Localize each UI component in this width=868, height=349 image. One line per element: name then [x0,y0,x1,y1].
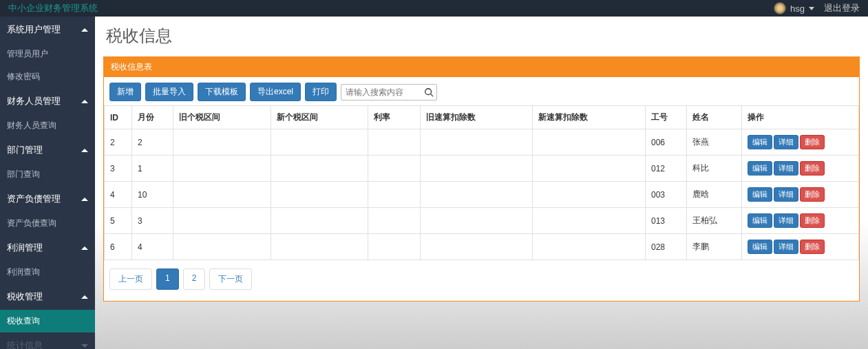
table-cell [368,208,420,234]
pagination: 上一页12下一页 [104,260,859,301]
delete-button[interactable]: 删除 [800,213,825,228]
column-header: 操作 [742,106,859,129]
detail-button[interactable]: 详细 [774,240,798,254]
table-cell [533,156,646,182]
table-row: 64028李鹏编辑详细删除 [105,234,859,260]
sidebar-item[interactable]: 税收查询 [0,310,95,332]
column-header: 姓名 [687,106,742,129]
table-cell [420,208,533,234]
edit-button[interactable]: 编辑 [748,213,772,228]
sidebar-group-label: 部门管理 [7,144,43,156]
table-cell: 013 [646,208,687,234]
user-name: hsg [790,3,805,14]
page-title: 税收信息 [106,25,860,47]
sidebar-group-label: 税收管理 [7,290,43,303]
delete-button[interactable]: 删除 [800,161,825,176]
user-dropdown[interactable]: hsg [774,2,814,14]
column-header: 工号 [646,106,687,129]
actions-cell: 编辑详细删除 [742,182,859,208]
table-cell [271,129,368,156]
detail-button[interactable]: 详细 [774,161,798,176]
edit-button[interactable]: 编辑 [748,187,772,202]
sidebar-group[interactable]: 利润管理 [0,235,95,261]
sidebar-item[interactable]: 修改密码 [0,65,95,88]
pagination-page[interactable]: 2 [183,268,206,290]
delete-button[interactable]: 删除 [800,240,825,254]
export-excel-button[interactable]: 导出excel [250,83,301,101]
edit-button[interactable]: 编辑 [748,240,772,254]
sidebar-group[interactable]: 资产负债管理 [0,186,95,212]
table-cell: 4 [105,182,132,208]
table-cell [420,156,533,182]
bulk-import-button[interactable]: 批量导入 [145,83,193,101]
sidebar-item[interactable]: 资产负债查询 [0,212,95,235]
column-header: 新速算扣除数 [533,106,646,129]
table-cell: 科比 [687,156,742,182]
sidebar-group[interactable]: 财务人员管理 [0,88,95,114]
sidebar-group[interactable]: 税收管理 [0,284,95,310]
add-button[interactable]: 新增 [109,83,141,101]
chevron-up-icon [81,198,88,201]
sidebar-group[interactable]: 部门管理 [0,137,95,163]
sidebar-item[interactable]: 管理员用户 [0,43,95,65]
sidebar-item[interactable]: 部门查询 [0,163,95,186]
table-cell [420,129,533,156]
table-row: 53013王柏弘编辑详细删除 [105,208,859,234]
table-cell [173,234,271,260]
column-header: ID [105,106,132,129]
table-cell: 王柏弘 [687,208,742,234]
sidebar-group[interactable]: 系统用户管理 [0,17,95,43]
download-template-button[interactable]: 下载模板 [198,83,246,101]
pagination-prev[interactable]: 上一页 [109,268,152,290]
sidebar-item[interactable]: 财务人员查询 [0,114,95,137]
detail-button[interactable]: 详细 [774,135,798,149]
panel-title: 税收信息表 [104,57,859,77]
data-table: ID月份旧个税区间新个税区间利率旧速算扣除数新速算扣除数工号姓名操作 22006… [104,105,859,260]
avatar [774,2,786,14]
table-cell: 003 [646,182,687,208]
sidebar-group-label: 系统用户管理 [7,23,61,36]
caret-down-icon [809,7,814,10]
actions-cell: 编辑详细删除 [742,208,859,234]
column-header: 旧个税区间 [173,106,271,129]
topbar: 中小企业财务管理系统 hsg 退出登录 [0,0,868,17]
table-cell: 012 [646,156,687,182]
delete-button[interactable]: 删除 [800,135,825,149]
table-cell [533,129,646,156]
chevron-down-icon [81,344,88,348]
table-cell: 李鹏 [687,234,742,260]
pagination-next[interactable]: 下一页 [209,268,252,290]
table-cell: 2 [132,129,173,156]
print-button[interactable]: 打印 [305,83,337,101]
sidebar: 系统用户管理管理员用户修改密码财务人员管理财务人员查询部门管理部门查询资产负债管… [0,17,95,349]
chevron-up-icon [81,149,88,152]
search-icon[interactable] [424,87,434,97]
actions-cell: 编辑详细删除 [742,156,859,182]
svg-point-0 [425,88,432,94]
table-cell: 5 [105,208,132,234]
detail-button[interactable]: 详细 [774,187,798,202]
search-input[interactable] [341,84,437,101]
logout-link[interactable]: 退出登录 [824,2,860,14]
brand-title: 中小企业财务管理系统 [8,2,98,14]
main-content: 税收信息 税收信息表 新增 批量导入 下载模板 导出excel 打印 ID月份旧… [95,17,868,349]
table-cell: 006 [646,129,687,156]
toolbar: 新增 批量导入 下载模板 导出excel 打印 [104,77,859,105]
sidebar-item[interactable]: 利润查询 [0,261,95,284]
table-cell [173,182,271,208]
svg-line-1 [431,94,434,96]
sidebar-group[interactable]: 统计信息 [0,332,95,349]
delete-button[interactable]: 删除 [800,187,825,202]
table-cell [271,182,368,208]
panel: 税收信息表 新增 批量导入 下载模板 导出excel 打印 ID月份旧个税区间新… [103,56,860,302]
table-cell [271,208,368,234]
pagination-page[interactable]: 1 [156,268,179,290]
edit-button[interactable]: 编辑 [748,161,772,176]
actions-cell: 编辑详细删除 [742,234,859,260]
table-cell: 3 [105,156,132,182]
table-row: 410003鹿晗编辑详细删除 [105,182,859,208]
actions-cell: 编辑详细删除 [742,129,859,156]
table-cell: 1 [132,156,173,182]
edit-button[interactable]: 编辑 [748,135,772,149]
detail-button[interactable]: 详细 [774,213,798,228]
